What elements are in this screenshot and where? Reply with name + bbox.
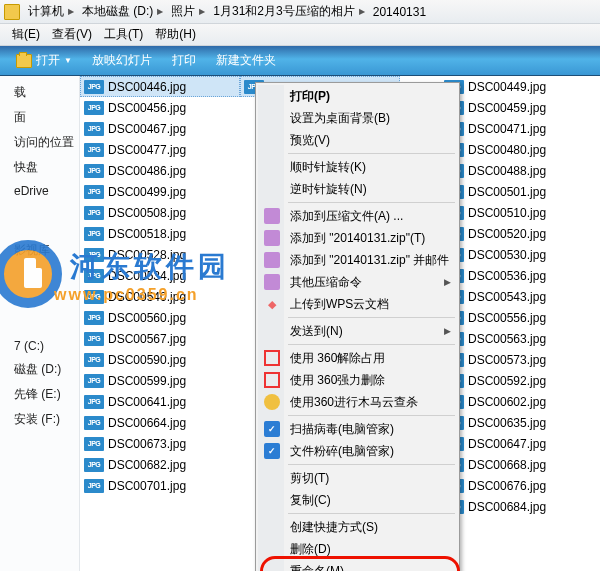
menu-help[interactable]: 帮助(H) [149,26,202,43]
file-name: DSC00530.jpg [468,248,546,262]
ctx-add-zip[interactable]: 添加到 "20140131.zip"(T) [258,227,457,249]
file-item[interactable]: JPGDSC00567.jpg [80,328,240,349]
file-name: DSC00647.jpg [468,437,546,451]
ctx-wallpaper[interactable]: 设置为桌面背景(B) [258,107,457,129]
wps-icon: ◆ [264,296,280,312]
file-name: DSC00477.jpg [108,143,186,157]
file-name: DSC00556.jpg [468,311,546,325]
file-name: DSC00471.jpg [468,122,546,136]
menu-view[interactable]: 查看(V) [46,26,98,43]
ctx-sendto[interactable]: 发送到(N)▶ [258,320,457,342]
file-item[interactable]: JPGDSC00508.jpg [80,202,240,223]
toolbar-slideshow[interactable]: 放映幻灯片 [82,52,162,69]
file-item[interactable]: JPGDSC00560.jpg [80,307,240,328]
file-item[interactable]: JPGDSC00599.jpg [80,370,240,391]
jpg-icon: JPG [84,248,104,262]
file-item[interactable]: JPGDSC00664.jpg [80,412,240,433]
sidebar-item[interactable]: 安装 (F:) [0,407,79,432]
toolbar-print[interactable]: 打印 [162,52,206,69]
file-name: DSC00592.jpg [468,374,546,388]
ctx-rotate-ccw[interactable]: 逆时针旋转(N) [258,178,457,200]
sidebar-item[interactable]: eDrive [0,180,79,202]
ctx-copy[interactable]: 复制(C) [258,489,457,511]
file-item[interactable]: JPGDSC00534.jpg [80,265,240,286]
file-name: DSC00682.jpg [108,458,186,472]
file-item[interactable]: JPGDSC00499.jpg [80,181,240,202]
file-name: DSC00459.jpg [468,101,546,115]
jpg-icon: JPG [84,479,104,493]
file-item[interactable]: JPGDSC00518.jpg [80,223,240,244]
file-item[interactable]: JPGDSC00477.jpg [80,139,240,160]
ctx-print[interactable]: 打印(P) [258,85,457,107]
toolbar-open[interactable]: 打开▼ [6,52,82,69]
sidebar-item[interactable]: 磁盘 (D:) [0,357,79,382]
file-name: DSC00536.jpg [468,269,546,283]
menu-edit[interactable]: 辑(E) [6,26,46,43]
breadcrumb-item[interactable]: 20140131 [369,5,430,19]
toolbar-newfolder[interactable]: 新建文件夹 [206,52,286,69]
file-item[interactable]: JPGDSC00528.jpg [80,244,240,265]
jpg-icon: JPG [84,122,104,136]
file-item[interactable]: JPGDSC00590.jpg [80,349,240,370]
jpg-icon: JPG [84,395,104,409]
jpg-icon: JPG [84,374,104,388]
360-icon [264,372,280,388]
ctx-rename[interactable]: 重命名(M) [258,560,457,571]
ctx-qm-scan[interactable]: ✓扫描病毒(电脑管家) [258,418,457,440]
file-item[interactable]: JPGDSC00540.jpg [80,286,240,307]
submenu-arrow-icon: ▶ [444,277,451,287]
file-name: DSC00456.jpg [108,101,186,115]
ctx-delete[interactable]: 删除(D) [258,538,457,560]
ctx-shortcut[interactable]: 创建快捷方式(S) [258,516,457,538]
ctx-rotate-cw[interactable]: 顺时针旋转(K) [258,156,457,178]
file-name: DSC00701.jpg [108,479,186,493]
jpg-icon: JPG [84,101,104,115]
menu-tools[interactable]: 工具(T) [98,26,149,43]
jpg-icon: JPG [84,269,104,283]
sidebar-item[interactable]: 载 [0,80,79,105]
ctx-qm-shred[interactable]: ✓文件粉碎(电脑管家) [258,440,457,462]
sidebar-item[interactable]: 快盘 [0,155,79,180]
file-item[interactable]: JPGDSC00682.jpg [80,454,240,475]
ctx-cut[interactable]: 剪切(T) [258,467,457,489]
jpg-icon: JPG [84,416,104,430]
sidebar-item[interactable]: 先锋 (E:) [0,382,79,407]
file-name: DSC00518.jpg [108,227,186,241]
file-item[interactable]: JPGDSC00456.jpg [80,97,240,118]
breadcrumb-item[interactable]: 本地磁盘 (D:)▶ [78,3,167,20]
file-name: DSC00567.jpg [108,332,186,346]
file-item[interactable]: JPGDSC00446.jpg [80,76,240,97]
ctx-wps[interactable]: ◆上传到WPS云文档 [258,293,457,315]
ctx-360-unlock[interactable]: 使用 360解除占用 [258,347,457,369]
archive-icon [264,274,280,290]
sidebar-item[interactable]: 面 [0,105,79,130]
folder-icon [4,4,20,20]
jpg-icon: JPG [84,227,104,241]
jpg-icon: JPG [84,353,104,367]
file-name: DSC00534.jpg [108,269,186,283]
breadcrumb-item[interactable]: 计算机▶ [24,3,78,20]
ctx-add-mail[interactable]: 添加到 "20140131.zip" 并邮件 [258,249,457,271]
jpg-icon: JPG [84,332,104,346]
ctx-add-archive[interactable]: 添加到压缩文件(A) ... [258,205,457,227]
ctx-360-delete[interactable]: 使用 360强力删除 [258,369,457,391]
file-name: DSC00573.jpg [468,353,546,367]
file-name: DSC00684.jpg [468,500,546,514]
file-item[interactable]: JPGDSC00467.jpg [80,118,240,139]
file-item[interactable]: JPGDSC00486.jpg [80,160,240,181]
ctx-preview[interactable]: 预览(V) [258,129,457,151]
sidebar-item[interactable]: 7 (C:) [0,335,79,357]
ctx-360-scan[interactable]: 使用360进行木马云查杀 [258,391,457,413]
breadcrumb-item[interactable]: 照片▶ [167,3,209,20]
file-name: DSC00467.jpg [108,122,186,136]
sidebar-item[interactable]: 影视库 [0,238,79,263]
file-name: DSC00486.jpg [108,164,186,178]
sidebar-item[interactable]: 访问的位置 [0,130,79,155]
file-item[interactable]: JPGDSC00701.jpg [80,475,240,496]
file-pane: JPGDSC00446.jpgJPGDSC00456.jpgJPGDSC0046… [80,76,600,571]
file-name: DSC00560.jpg [108,311,186,325]
ctx-other-zip[interactable]: 其他压缩命令▶ [258,271,457,293]
breadcrumb-item[interactable]: 1月31和2月3号压缩的相片▶ [209,3,368,20]
file-item[interactable]: JPGDSC00673.jpg [80,433,240,454]
file-item[interactable]: JPGDSC00641.jpg [80,391,240,412]
